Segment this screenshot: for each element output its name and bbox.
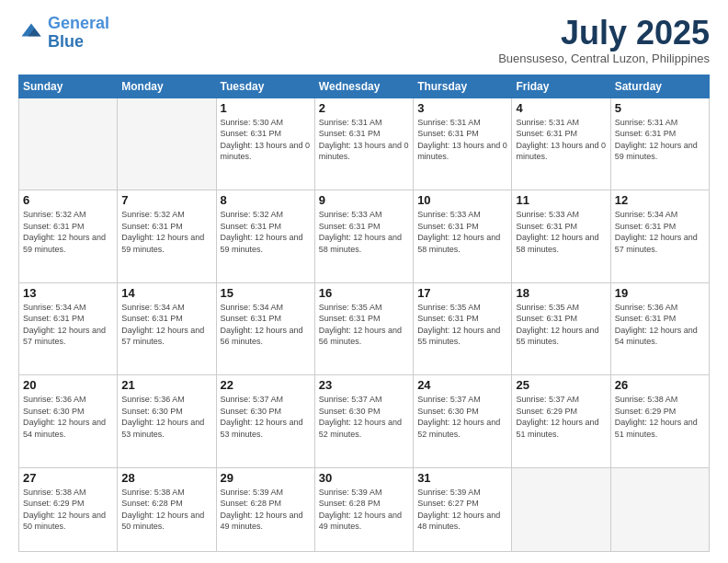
table-row: 3Sunrise: 5:31 AM Sunset: 6:31 PM Daylig… [414, 98, 512, 190]
day-number: 11 [516, 193, 606, 207]
col-friday: Friday [512, 75, 610, 98]
table-row: 27Sunrise: 5:38 AM Sunset: 6:29 PM Dayli… [19, 467, 118, 551]
day-number: 28 [121, 471, 211, 485]
day-info: Sunrise: 5:35 AM Sunset: 6:31 PM Dayligh… [417, 302, 507, 348]
day-info: Sunrise: 5:39 AM Sunset: 6:28 PM Dayligh… [319, 487, 409, 533]
day-number: 2 [319, 101, 409, 115]
day-number: 27 [23, 471, 113, 485]
table-row: 16Sunrise: 5:35 AM Sunset: 6:31 PM Dayli… [314, 282, 413, 375]
day-info: Sunrise: 5:38 AM Sunset: 6:28 PM Dayligh… [121, 487, 211, 533]
day-info: Sunrise: 5:39 AM Sunset: 6:27 PM Dayligh… [417, 487, 507, 533]
day-info: Sunrise: 5:31 AM Sunset: 6:31 PM Dayligh… [319, 117, 409, 163]
day-number: 23 [319, 378, 409, 392]
table-row: 12Sunrise: 5:34 AM Sunset: 6:31 PM Dayli… [610, 190, 709, 283]
day-info: Sunrise: 5:35 AM Sunset: 6:31 PM Dayligh… [319, 302, 409, 348]
day-number: 13 [23, 286, 113, 300]
table-row: 5Sunrise: 5:31 AM Sunset: 6:31 PM Daylig… [610, 98, 709, 190]
table-row: 31Sunrise: 5:39 AM Sunset: 6:27 PM Dayli… [414, 467, 512, 551]
table-row: 4Sunrise: 5:31 AM Sunset: 6:31 PM Daylig… [512, 98, 610, 190]
table-row [610, 467, 709, 551]
table-row: 24Sunrise: 5:37 AM Sunset: 6:30 PM Dayli… [414, 375, 512, 468]
day-number: 14 [121, 286, 211, 300]
day-info: Sunrise: 5:37 AM Sunset: 6:29 PM Dayligh… [516, 394, 606, 440]
col-thursday: Thursday [414, 75, 512, 98]
day-number: 10 [417, 193, 507, 207]
col-sunday: Sunday [19, 75, 118, 98]
day-info: Sunrise: 5:31 AM Sunset: 6:31 PM Dayligh… [417, 117, 507, 163]
day-number: 16 [319, 286, 409, 300]
day-info: Sunrise: 5:32 AM Sunset: 6:31 PM Dayligh… [121, 209, 211, 255]
table-row: 19Sunrise: 5:36 AM Sunset: 6:31 PM Dayli… [610, 282, 709, 375]
day-number: 19 [615, 286, 705, 300]
day-number: 26 [615, 378, 705, 392]
calendar-table: Sunday Monday Tuesday Wednesday Thursday… [18, 75, 710, 552]
table-row: 10Sunrise: 5:33 AM Sunset: 6:31 PM Dayli… [414, 190, 512, 283]
day-info: Sunrise: 5:37 AM Sunset: 6:30 PM Dayligh… [221, 394, 311, 440]
table-row: 13Sunrise: 5:34 AM Sunset: 6:31 PM Dayli… [19, 282, 118, 375]
table-row: 7Sunrise: 5:32 AM Sunset: 6:31 PM Daylig… [118, 190, 216, 283]
table-row: 14Sunrise: 5:34 AM Sunset: 6:31 PM Dayli… [118, 282, 216, 375]
table-row: 2Sunrise: 5:31 AM Sunset: 6:31 PM Daylig… [314, 98, 413, 190]
table-row: 17Sunrise: 5:35 AM Sunset: 6:31 PM Dayli… [414, 282, 512, 375]
day-number: 6 [23, 193, 113, 207]
table-row: 6Sunrise: 5:32 AM Sunset: 6:31 PM Daylig… [19, 190, 118, 283]
col-saturday: Saturday [610, 75, 709, 98]
logo: General Blue [18, 15, 109, 52]
table-row: 26Sunrise: 5:38 AM Sunset: 6:29 PM Dayli… [610, 375, 709, 468]
table-row [118, 98, 216, 190]
location-subtitle: Buensuseso, Central Luzon, Philippines [498, 52, 710, 65]
table-row: 8Sunrise: 5:32 AM Sunset: 6:31 PM Daylig… [216, 190, 314, 283]
col-tuesday: Tuesday [216, 75, 314, 98]
logo-text: General Blue [48, 15, 109, 52]
table-row: 1Sunrise: 5:30 AM Sunset: 6:31 PM Daylig… [216, 98, 314, 190]
month-title: July 2025 [498, 15, 710, 52]
day-number: 8 [221, 193, 311, 207]
day-info: Sunrise: 5:36 AM Sunset: 6:31 PM Dayligh… [615, 302, 705, 348]
day-number: 4 [516, 101, 606, 115]
table-row: 25Sunrise: 5:37 AM Sunset: 6:29 PM Dayli… [512, 375, 610, 468]
header: General Blue July 2025 Buensuseso, Centr… [18, 15, 710, 65]
day-number: 1 [221, 101, 311, 115]
day-info: Sunrise: 5:32 AM Sunset: 6:31 PM Dayligh… [221, 209, 311, 255]
day-number: 12 [615, 193, 705, 207]
day-info: Sunrise: 5:38 AM Sunset: 6:29 PM Dayligh… [615, 394, 705, 440]
table-row: 30Sunrise: 5:39 AM Sunset: 6:28 PM Dayli… [314, 467, 413, 551]
day-number: 29 [221, 471, 311, 485]
day-info: Sunrise: 5:39 AM Sunset: 6:28 PM Dayligh… [221, 487, 311, 533]
table-row: 23Sunrise: 5:37 AM Sunset: 6:30 PM Dayli… [314, 375, 413, 468]
day-info: Sunrise: 5:35 AM Sunset: 6:31 PM Dayligh… [516, 302, 606, 348]
day-info: Sunrise: 5:33 AM Sunset: 6:31 PM Dayligh… [516, 209, 606, 255]
table-row: 22Sunrise: 5:37 AM Sunset: 6:30 PM Dayli… [216, 375, 314, 468]
logo-line1: General [48, 14, 109, 32]
day-number: 21 [121, 378, 211, 392]
day-number: 20 [23, 378, 113, 392]
day-number: 18 [516, 286, 606, 300]
logo-icon [18, 20, 44, 46]
table-row: 9Sunrise: 5:33 AM Sunset: 6:31 PM Daylig… [314, 190, 413, 283]
day-number: 9 [319, 193, 409, 207]
table-row [19, 98, 118, 190]
table-row: 11Sunrise: 5:33 AM Sunset: 6:31 PM Dayli… [512, 190, 610, 283]
day-number: 5 [615, 101, 705, 115]
day-info: Sunrise: 5:34 AM Sunset: 6:31 PM Dayligh… [221, 302, 311, 348]
day-info: Sunrise: 5:36 AM Sunset: 6:30 PM Dayligh… [121, 394, 211, 440]
table-row: 29Sunrise: 5:39 AM Sunset: 6:28 PM Dayli… [216, 467, 314, 551]
day-number: 24 [417, 378, 507, 392]
day-info: Sunrise: 5:32 AM Sunset: 6:31 PM Dayligh… [23, 209, 113, 255]
day-info: Sunrise: 5:31 AM Sunset: 6:31 PM Dayligh… [615, 117, 705, 163]
day-info: Sunrise: 5:37 AM Sunset: 6:30 PM Dayligh… [319, 394, 409, 440]
table-row [512, 467, 610, 551]
day-number: 25 [516, 378, 606, 392]
calendar-header-row: Sunday Monday Tuesday Wednesday Thursday… [19, 75, 710, 98]
day-info: Sunrise: 5:36 AM Sunset: 6:30 PM Dayligh… [23, 394, 113, 440]
logo-line2: Blue [48, 32, 84, 51]
col-monday: Monday [118, 75, 216, 98]
day-info: Sunrise: 5:30 AM Sunset: 6:31 PM Dayligh… [221, 117, 311, 163]
day-number: 31 [417, 471, 507, 485]
day-info: Sunrise: 5:38 AM Sunset: 6:29 PM Dayligh… [23, 487, 113, 533]
day-number: 7 [121, 193, 211, 207]
day-info: Sunrise: 5:34 AM Sunset: 6:31 PM Dayligh… [23, 302, 113, 348]
day-info: Sunrise: 5:37 AM Sunset: 6:30 PM Dayligh… [417, 394, 507, 440]
day-number: 17 [417, 286, 507, 300]
day-info: Sunrise: 5:34 AM Sunset: 6:31 PM Dayligh… [121, 302, 211, 348]
